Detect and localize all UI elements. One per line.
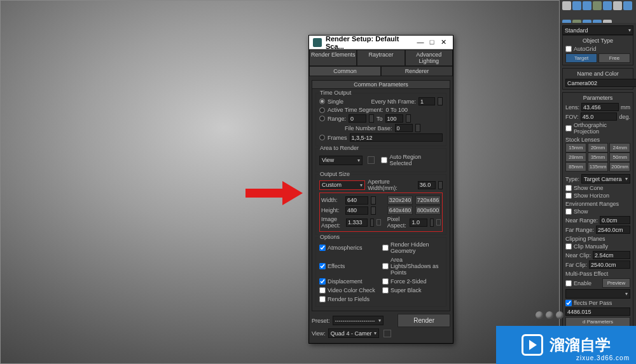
close-button[interactable]: ✕ bbox=[438, 37, 449, 48]
spinner[interactable] bbox=[438, 97, 443, 105]
tab-icon[interactable] bbox=[572, 1, 581, 10]
lens-preset[interactable]: 135mm bbox=[588, 162, 609, 172]
lens-preset[interactable]: 85mm bbox=[565, 162, 586, 172]
spinner[interactable] bbox=[415, 124, 420, 132]
tab-icon[interactable] bbox=[613, 1, 622, 10]
range-radio[interactable] bbox=[319, 116, 325, 121]
tab-icon[interactable] bbox=[562, 1, 571, 10]
rollout-header[interactable]: Common Parameters bbox=[312, 81, 450, 89]
lens-input[interactable] bbox=[581, 103, 619, 111]
lock-icon[interactable] bbox=[377, 219, 381, 226]
spinner[interactable] bbox=[430, 219, 434, 227]
spinner[interactable] bbox=[438, 181, 443, 189]
viewport-shading-toggle[interactable] bbox=[536, 311, 563, 319]
area-lights-checkbox[interactable] bbox=[382, 263, 389, 269]
mp-effect-dropdown[interactable] bbox=[565, 289, 630, 299]
spinner[interactable] bbox=[371, 196, 376, 205]
force-2sided-checkbox[interactable] bbox=[382, 278, 389, 285]
minimize-button[interactable]: — bbox=[415, 37, 426, 48]
nth-frame-input[interactable] bbox=[418, 97, 435, 105]
width-input[interactable] bbox=[345, 196, 368, 205]
frames-input[interactable] bbox=[350, 133, 443, 142]
lens-preset[interactable]: 24mm bbox=[609, 143, 630, 152]
spinner[interactable] bbox=[369, 114, 374, 123]
render-hidden-checkbox[interactable] bbox=[382, 245, 389, 251]
height-input[interactable] bbox=[345, 206, 368, 215]
auto-region-checkbox[interactable] bbox=[381, 157, 387, 163]
fov-input[interactable] bbox=[581, 112, 618, 121]
area-dropdown[interactable]: View bbox=[319, 156, 363, 165]
video-color-checkbox[interactable] bbox=[319, 287, 326, 293]
object-name-input[interactable] bbox=[565, 79, 636, 87]
near-range-input[interactable] bbox=[600, 216, 630, 224]
tab-raytracer[interactable]: Raytracer bbox=[357, 50, 404, 66]
lens-preset[interactable]: 50mm bbox=[609, 152, 630, 162]
file-number-base-input[interactable] bbox=[395, 124, 413, 132]
effects-per-pass-checkbox[interactable] bbox=[565, 300, 572, 306]
lock-view-icon[interactable] bbox=[384, 330, 391, 337]
super-black-checkbox[interactable] bbox=[382, 287, 389, 293]
lens-preset[interactable]: 20mm bbox=[588, 143, 609, 152]
autogrid-checkbox[interactable] bbox=[565, 46, 572, 52]
maximize-button[interactable]: □ bbox=[426, 37, 438, 48]
lock-icon[interactable] bbox=[436, 219, 441, 226]
size-preset[interactable]: 720x486 bbox=[415, 196, 441, 205]
spinner[interactable] bbox=[371, 206, 376, 215]
range-from-input[interactable] bbox=[349, 114, 366, 123]
active-seg-radio[interactable] bbox=[319, 107, 325, 113]
shading-ball-icon[interactable] bbox=[546, 311, 553, 319]
lens-preset[interactable]: 200mm bbox=[609, 162, 630, 172]
spinner[interactable] bbox=[406, 114, 411, 123]
far-clip-input[interactable] bbox=[589, 260, 630, 269]
tab-icon[interactable] bbox=[623, 1, 632, 10]
show-horizon-checkbox[interactable] bbox=[565, 192, 572, 199]
output-preset-dropdown[interactable]: Custom bbox=[319, 180, 365, 190]
render-button[interactable]: Render bbox=[398, 314, 450, 327]
dialog-titlebar[interactable]: Render Setup: Default Sca... — □ ✕ bbox=[309, 36, 453, 50]
far-range-input[interactable] bbox=[596, 226, 630, 234]
tab-renderer[interactable]: Renderer bbox=[381, 66, 453, 76]
spinner[interactable] bbox=[370, 219, 374, 227]
single-radio[interactable] bbox=[319, 98, 325, 104]
preset-dropdown[interactable]: --------------------- bbox=[333, 316, 384, 325]
range-to-input[interactable] bbox=[385, 114, 403, 123]
tab-icon[interactable] bbox=[603, 1, 612, 10]
view-dropdown[interactable]: Quad 4 - Camer bbox=[328, 328, 379, 338]
size-preset[interactable]: 320x240 bbox=[387, 196, 413, 205]
mp-enable-checkbox[interactable] bbox=[565, 280, 572, 286]
tab-icon[interactable] bbox=[583, 1, 591, 10]
show-env-checkbox[interactable] bbox=[565, 208, 572, 215]
image-aspect-input[interactable] bbox=[346, 219, 368, 227]
tab-common[interactable]: Common bbox=[309, 66, 381, 76]
size-preset[interactable]: 800x600 bbox=[415, 206, 441, 215]
aperture-input[interactable] bbox=[418, 181, 436, 189]
render-fields-checkbox[interactable] bbox=[319, 296, 326, 302]
lens-preset[interactable]: 28mm bbox=[565, 152, 586, 162]
camera-type-dropdown[interactable]: Target Camera bbox=[581, 174, 630, 184]
target-button[interactable]: Target bbox=[565, 53, 597, 63]
region-icon[interactable] bbox=[368, 156, 375, 164]
size-preset[interactable]: 640x480 bbox=[387, 206, 413, 215]
target-distance-input[interactable] bbox=[565, 307, 630, 316]
shading-ball-icon[interactable] bbox=[536, 311, 543, 319]
lens-preset[interactable]: 35mm bbox=[588, 152, 609, 162]
atmospherics-checkbox[interactable] bbox=[319, 245, 326, 251]
near-clip-input[interactable] bbox=[593, 251, 630, 259]
object-category-dropdown[interactable]: Standard bbox=[562, 25, 633, 35]
tab-render-elements[interactable]: Render Elements bbox=[309, 50, 357, 66]
tab-icon[interactable] bbox=[593, 1, 602, 10]
tab-adv-lighting[interactable]: Advanced Lighting bbox=[405, 50, 453, 66]
frames-radio[interactable] bbox=[319, 135, 325, 140]
preview-button[interactable]: Preview bbox=[602, 278, 630, 288]
ortho-checkbox[interactable] bbox=[565, 125, 572, 131]
clip-manual-checkbox[interactable] bbox=[565, 243, 572, 250]
free-button[interactable]: Free bbox=[598, 53, 630, 63]
d-params-button[interactable]: d Parameters bbox=[565, 317, 630, 327]
effects-checkbox[interactable] bbox=[319, 263, 326, 269]
mp-label: Multi-Pass Effect bbox=[565, 271, 630, 277]
displacement-checkbox[interactable] bbox=[319, 278, 326, 285]
pixel-aspect-input[interactable] bbox=[410, 219, 427, 227]
shading-ball-icon[interactable] bbox=[556, 311, 563, 319]
show-cone-checkbox[interactable] bbox=[565, 185, 572, 191]
lens-preset[interactable]: 15mm bbox=[565, 143, 586, 152]
